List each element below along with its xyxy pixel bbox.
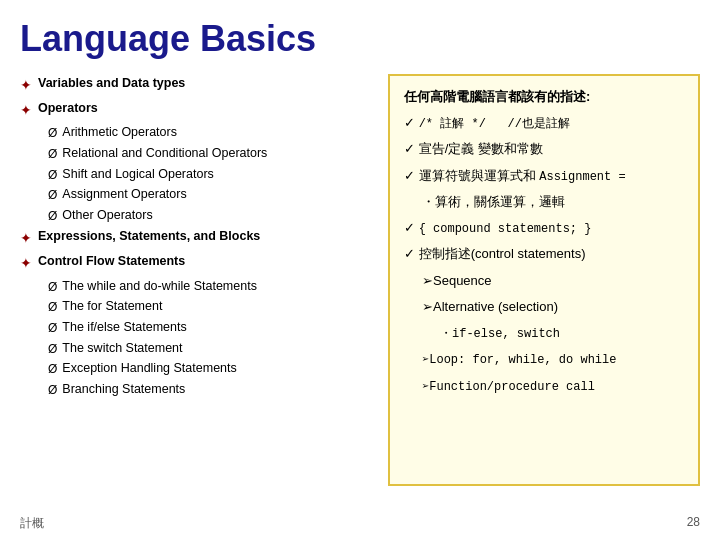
right-line-arithmetic: ・算術，關係運算，邏輯 <box>422 191 684 213</box>
bullet-variables: ✦ Variables and Data types <box>20 74 380 97</box>
arrow-icon: Ø <box>48 145 57 164</box>
slide-title: Language Basics <box>20 18 700 60</box>
arrow-icon: Ø <box>48 278 57 297</box>
compound-text: { compound statements; } <box>419 222 592 236</box>
star-icon-4: ✦ <box>20 253 32 275</box>
sub-label: The for Statement <box>62 297 162 316</box>
right-line-comment: ✓ /* 註解 */ //也是註解 <box>404 112 684 134</box>
operators-sublist: Ø Arithmetic Operators Ø Relational and … <box>48 123 380 225</box>
loop-text: ➢Loop: for, while, do while <box>422 353 616 367</box>
footer: 計概 28 <box>20 515 700 532</box>
list-item: Ø The for Statement <box>48 297 380 317</box>
arrow-icon: Ø <box>48 207 57 226</box>
arrow-icon: Ø <box>48 298 57 317</box>
list-item: Ø The while and do-while Statements <box>48 277 380 297</box>
control-text: 控制指述(control statements) <box>419 246 586 261</box>
sub-label: The switch Statement <box>62 339 182 358</box>
sub-label: Assignment Operators <box>62 185 186 204</box>
controlflow-label: Control Flow Statements <box>38 252 185 271</box>
right-line-operator: ✓ 運算符號與運算式和 Assignment = <box>404 165 684 187</box>
list-item: Ø Relational and Conditional Operators <box>48 144 380 164</box>
arrow-icon: Ø <box>48 124 57 143</box>
sub-label: Relational and Conditional Operators <box>62 144 267 163</box>
list-item: Ø Other Operators <box>48 206 380 226</box>
sub-label: Shift and Logical Operators <box>62 165 213 184</box>
right-line-loop: ➢Loop: for, while, do while <box>422 348 684 370</box>
left-panel: ✦ Variables and Data types ✦ Operators Ø… <box>20 74 380 486</box>
right-line-sequence: ➢Sequence <box>422 270 684 292</box>
sub-label: Exception Handling Statements <box>62 359 236 378</box>
arrow-icon: Ø <box>48 360 57 379</box>
right-panel: 任何高階電腦語言都該有的指述: ✓ /* 註解 */ //也是註解 ✓ 宣告/定… <box>388 74 700 486</box>
slide: Language Basics ✦ Variables and Data typ… <box>0 0 720 540</box>
sub-label: Other Operators <box>62 206 152 225</box>
sub-label: The while and do-while Statements <box>62 277 257 296</box>
star-icon-2: ✦ <box>20 100 32 122</box>
right-line-alternative: ➢Alternative (selection) <box>422 296 684 318</box>
operator-text: 運算符號與運算式和 Assignment = <box>419 168 626 183</box>
list-item: Ø Branching Statements <box>48 380 380 400</box>
bullet-controlflow: ✦ Control Flow Statements <box>20 252 380 275</box>
declare-text: 宣告/定義 變數和常數 <box>419 141 543 156</box>
arithmetic-text: ・算術，關係運算，邏輯 <box>422 194 565 209</box>
list-item: Ø The if/else Statements <box>48 318 380 338</box>
star-icon-1: ✦ <box>20 75 32 97</box>
list-item: Ø Assignment Operators <box>48 185 380 205</box>
sub-label: Branching Statements <box>62 380 185 399</box>
list-item: Ø Exception Handling Statements <box>48 359 380 379</box>
arrow-icon: Ø <box>48 340 57 359</box>
right-line-ifelse: ・if-else, switch <box>440 322 684 344</box>
bullet-operators: ✦ Operators <box>20 99 380 122</box>
footer-right: 28 <box>687 515 700 532</box>
right-line-compound: ✓ { compound statements; } <box>404 217 684 239</box>
expressions-label: Expressions, Statements, and Blocks <box>38 227 260 246</box>
right-heading: 任何高階電腦語言都該有的指述: <box>404 86 684 108</box>
alternative-text: ➢Alternative (selection) <box>422 299 558 314</box>
sequence-text: ➢Sequence <box>422 273 492 288</box>
right-line-function: ➢Function/procedure call <box>422 375 684 397</box>
comment-text: /* 註解 */ //也是註解 <box>419 117 570 131</box>
right-line-control: ✓ 控制指述(control statements) <box>404 243 684 265</box>
list-item: Ø Shift and Logical Operators <box>48 165 380 185</box>
arrow-icon: Ø <box>48 381 57 400</box>
function-text: ➢Function/procedure call <box>422 380 595 394</box>
sub-label: Arithmetic Operators <box>62 123 177 142</box>
list-item: Ø Arithmetic Operators <box>48 123 380 143</box>
arrow-icon: Ø <box>48 319 57 338</box>
ifelse-text: ・if-else, switch <box>440 327 560 341</box>
bullet-expressions: ✦ Expressions, Statements, and Blocks <box>20 227 380 250</box>
sub-label: The if/else Statements <box>62 318 186 337</box>
footer-left: 計概 <box>20 515 44 532</box>
arrow-icon: Ø <box>48 166 57 185</box>
star-icon-3: ✦ <box>20 228 32 250</box>
controlflow-sublist: Ø The while and do-while Statements Ø Th… <box>48 277 380 400</box>
arrow-icon: Ø <box>48 186 57 205</box>
operators-label: Operators <box>38 99 98 118</box>
content-area: ✦ Variables and Data types ✦ Operators Ø… <box>20 74 700 486</box>
right-line-declare: ✓ 宣告/定義 變數和常數 <box>404 138 684 160</box>
variables-label: Variables and Data types <box>38 74 185 93</box>
list-item: Ø The switch Statement <box>48 339 380 359</box>
